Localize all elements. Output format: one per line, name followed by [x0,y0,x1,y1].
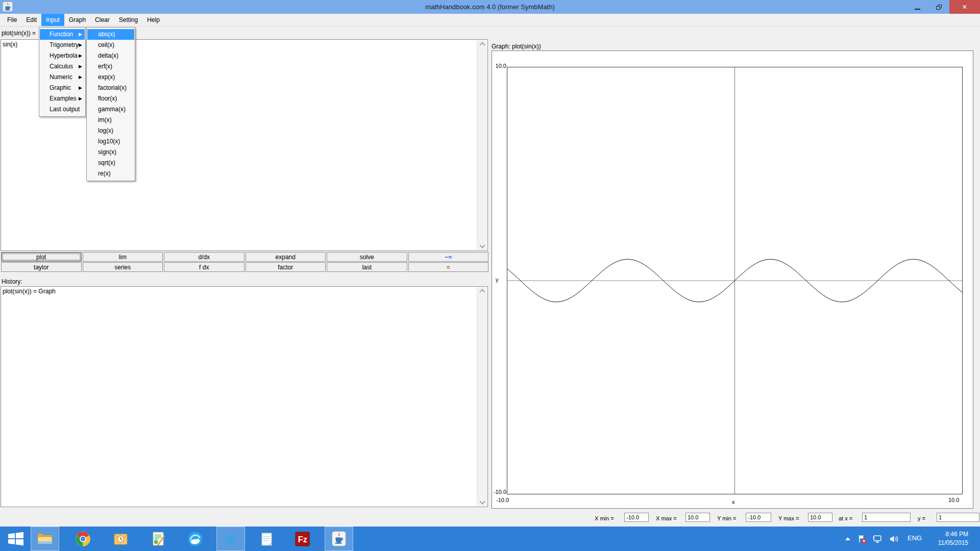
submenu-arrow-icon: ▶ [79,29,82,40]
language-indicator[interactable]: ENG [908,534,922,542]
graph-panel-title: Graph: plot(sin(x)) [492,43,541,50]
submenu-item-im[interactable]: im(x) [87,115,134,126]
chrome-icon [75,531,91,547]
text-editor-icon [151,531,166,547]
submenu-arrow-icon: ▶ [79,40,82,51]
taskbar-java[interactable] [325,527,353,551]
expression-input-text: sin(x) [3,41,17,48]
menu-item-hyperbola[interactable]: Hyperbola▶ [40,51,85,61]
submenu-item-exp[interactable]: exp(x) [87,72,134,83]
cloud-browser-icon [187,531,203,547]
close-icon: × [962,3,967,12]
minimize-icon [915,9,920,10]
equals-button[interactable]: = [408,262,489,272]
tray-show-hidden-icons[interactable] [845,537,850,540]
factor-button[interactable]: factor [246,262,326,272]
y-min-input[interactable] [746,513,771,522]
solve-button[interactable]: solve [327,252,407,262]
submenu-item-ceil[interactable]: ceil(x) [87,40,134,51]
last-button[interactable]: last [327,262,407,272]
clock[interactable]: 8:46 PM 11/05/2015 [938,530,968,547]
y-axis-label: y [496,277,499,283]
menu-setting[interactable]: Setting [114,14,142,26]
submenu-item-floor[interactable]: floor(x) [87,93,134,104]
menu-help[interactable]: Help [142,14,164,26]
taskbar: e Fz [0,527,980,551]
taylor-button[interactable]: taylor [1,262,82,272]
expression-prompt-label: plot(sin(x)) = [2,30,36,37]
taskbar-internet-explorer[interactable]: e [216,527,245,551]
menu-edit[interactable]: Edit [21,14,41,26]
menu-item-numeric[interactable]: Numeric▶ [40,72,85,83]
submenu-item-factorial[interactable]: factorial(x) [87,83,134,93]
expand-button[interactable]: expand [246,252,326,262]
menu-item-last-output[interactable]: Last output [40,104,85,115]
close-button[interactable]: × [949,0,980,14]
lim-button[interactable]: lim [83,252,163,262]
action-center-icon[interactable] [857,534,867,544]
taskbar-browser[interactable] [181,527,209,551]
history-area[interactable]: plot(sin(x)) = Graph [1,286,488,507]
plot-button[interactable]: plot [1,252,82,262]
menu-input[interactable]: Input [41,14,64,26]
menu-graph[interactable]: Graph [64,14,90,26]
restore-button[interactable] [928,0,949,14]
series-button[interactable]: series [83,262,163,272]
volume-icon[interactable] [889,534,899,544]
submenu-item-log[interactable]: log(x) [87,126,134,136]
tray-time: 8:46 PM [938,530,968,539]
submenu-item-abs[interactable]: abs(x) [87,29,134,40]
submenu-item-sqrt[interactable]: sqrt(x) [87,158,134,168]
x-axis-label: x [732,499,735,505]
submenu-item-sign[interactable]: sign(x) [87,147,134,158]
menu-item-calculus[interactable]: Calculus▶ [40,61,85,72]
x-min-input[interactable] [624,513,649,522]
history-label: History: [2,278,22,285]
taskbar-outlook[interactable] [106,527,135,551]
x-max-label: X max = [656,515,677,521]
y-max-input[interactable] [808,513,832,522]
submenu-item-re[interactable]: re(x) [87,168,134,179]
y-value-input[interactable] [937,513,979,522]
submenu-item-gamma[interactable]: gamma(x) [87,104,134,115]
input-scrollbar[interactable] [477,40,487,250]
menu-item-graphic[interactable]: Graphic▶ [40,83,85,93]
taskbar-file-explorer[interactable] [31,527,59,551]
history-scrollbar[interactable] [477,287,487,506]
taskbar-notepad[interactable] [252,527,281,551]
submenu-item-log10[interactable]: log10(x) [87,136,134,147]
filezilla-icon: Fz [295,531,310,547]
windows-logo-icon [8,531,24,546]
menu-file[interactable]: File [3,14,21,26]
scroll-up-icon[interactable] [479,42,485,47]
y-max-label: Y max = [778,515,799,521]
network-icon[interactable] [873,534,883,544]
menu-item-trigometry[interactable]: Trigometry▶ [40,40,85,51]
menu-item-function[interactable]: Function▶ [40,29,85,40]
y-value-label: y = [918,515,925,521]
submenu-item-erf[interactable]: erf(x) [87,61,134,72]
scroll-up-icon[interactable] [479,289,485,294]
minimize-button[interactable] [906,0,928,14]
ddx-button[interactable]: d/dx [164,252,244,262]
at-x-input[interactable] [862,513,911,522]
submenu-arrow-icon: ▶ [79,51,82,61]
internet-explorer-icon: e [223,531,239,547]
submenu-item-delta[interactable]: delta(x) [87,51,134,61]
scroll-down-icon[interactable] [479,498,485,504]
file-explorer-icon [37,531,53,547]
taskbar-chrome[interactable] [68,527,97,551]
title-bar: mathHandbook.com 4.0 (former SymbMath) × [0,0,980,14]
taskbar-filezilla[interactable]: Fz [288,527,316,551]
start-button[interactable] [2,527,30,551]
menu-item-examples[interactable]: Examples▶ [40,93,85,104]
x-max-input[interactable] [685,513,710,522]
action-button-grid: plot lim d/dx expand solve ~= taylor ser… [1,252,488,272]
taskbar-text-editor[interactable] [144,527,173,551]
tray-date: 11/05/2015 [938,539,968,547]
menu-clear[interactable]: Clear [90,14,114,26]
x-min-label: X min = [595,515,614,521]
integrate-button[interactable]: f dx [164,262,244,272]
approx-equals-button[interactable]: ~= [408,252,489,262]
scroll-down-icon[interactable] [479,242,485,248]
